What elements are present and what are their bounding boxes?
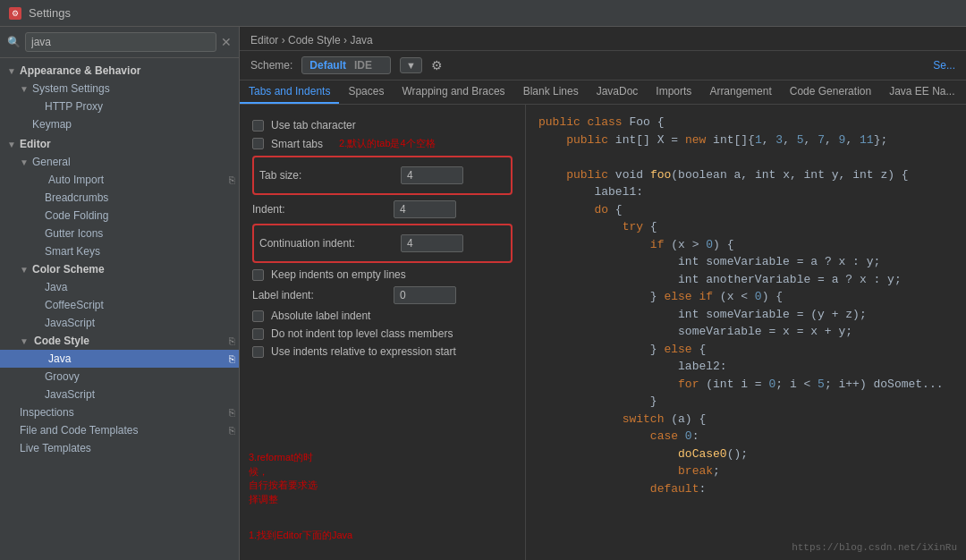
code-line: do { <box>538 201 953 219</box>
tab-size-input[interactable] <box>401 166 463 184</box>
sidebar-item-label: Auto Import <box>48 174 104 186</box>
code-line: label1: <box>538 183 953 201</box>
no-indent-top-level-row: Do not indent top level class members <box>252 327 513 340</box>
absolute-label-indent-row: Absolute label indent <box>252 310 513 322</box>
scheme-gear-icon[interactable]: ⚙ <box>431 58 443 72</box>
tab-wrapping[interactable]: Wrapping and Braces <box>393 81 513 104</box>
sidebar-item-groovy[interactable]: Groovy <box>0 368 239 386</box>
sidebar-item-javascript[interactable]: JavaScript <box>0 386 239 403</box>
sidebar-item-inspections[interactable]: Inspections ⎘ <box>0 403 239 421</box>
label-indent-row: Label indent: <box>252 286 513 304</box>
tab-size-row: Tab size: <box>259 166 505 184</box>
use-indents-relative-checkbox[interactable] <box>252 346 264 358</box>
sidebar-item-label: JavaScript <box>45 317 95 329</box>
sidebar-item-code-style[interactable]: ▼ Code Style ⎘ <box>0 332 239 350</box>
smart-tabs-checkbox[interactable] <box>252 138 264 149</box>
sidebar-item-code-folding[interactable]: Code Folding <box>0 207 239 225</box>
sidebar-item-file-code-templates[interactable]: File and Code Templates ⎘ <box>0 421 239 439</box>
sidebar-item-label: File and Code Templates <box>20 424 139 437</box>
settings-panel: Use tab character Smart tabs 2.默认的tab是4个… <box>240 105 526 560</box>
sidebar-item-cs-java[interactable]: Java <box>0 278 239 296</box>
sidebar-item-label: General <box>32 156 71 168</box>
label-indent-input[interactable] <box>394 286 456 304</box>
use-indents-relative-row: Use indents relative to expression start <box>252 345 513 358</box>
code-line: } <box>538 393 953 411</box>
arrow-icon: ▼ <box>7 140 20 149</box>
tab-code-gen[interactable]: Code Generation <box>781 81 880 104</box>
tab-arrangement[interactable]: Arrangement <box>700 81 780 104</box>
sidebar-item-cs-coffeescript[interactable]: CoffeeScript <box>0 296 239 314</box>
keep-indents-checkbox[interactable] <box>252 269 264 281</box>
tab-size-label: Tab size: <box>259 169 394 182</box>
sidebar-item-appearance[interactable]: ▼ Appearance & Behavior <box>0 62 239 80</box>
tab-spaces[interactable]: Spaces <box>339 81 393 104</box>
search-input[interactable] <box>25 32 216 52</box>
sidebar-item-general[interactable]: ▼ General <box>0 153 239 171</box>
scheme-suffix: IDE <box>354 59 372 72</box>
search-clear-icon[interactable]: ✕ <box>221 35 232 49</box>
code-line: if (x > 0) { <box>538 236 953 254</box>
code-line: int someVariable = (y + z); <box>538 306 953 324</box>
code-line: public void foo(boolean a, int x, int y,… <box>538 166 953 184</box>
scheme-dropdown-button[interactable]: ▼ <box>400 57 422 73</box>
sidebar-item-smart-keys[interactable]: Smart Keys <box>0 242 239 260</box>
tab-javadoc[interactable]: JavaDoc <box>588 81 648 104</box>
tab-blank-lines[interactable]: Blank Lines <box>514 81 588 104</box>
sidebar-item-keymap[interactable]: Keymap <box>0 115 239 133</box>
arrow-icon: ▼ <box>20 157 32 167</box>
use-indents-relative-label: Use indents relative to expression start <box>271 345 456 358</box>
annotation-note3: 3.reformat的时候，自行按着要求选择调整 <box>249 451 318 506</box>
watermark: https://blog.csdn.net/iXinRu <box>792 540 957 556</box>
sidebar-item-label: Gutter Icons <box>45 227 103 240</box>
sidebar-item-label: Appearance & Behavior <box>20 64 140 77</box>
scheme-row: Scheme: Default IDE ▼ ⚙ Se... <box>240 51 966 81</box>
scheme-select[interactable]: Default IDE <box>301 56 391 74</box>
see-link[interactable]: Se... <box>933 59 955 72</box>
title-bar: ⚙ Settings <box>0 0 966 27</box>
tab-java-ee[interactable]: Java EE Na... <box>880 81 963 104</box>
sidebar-item-http-proxy[interactable]: HTTP Proxy <box>0 98 239 115</box>
code-line: for (int i = 0; i < 5; i++) doSomet... <box>538 376 953 394</box>
sidebar-item-color-scheme[interactable]: ▼ Color Scheme <box>0 260 239 278</box>
right-panel: Editor › Code Style › Java Scheme: Defau… <box>240 27 966 560</box>
label-indent-label: Label indent: <box>252 289 386 301</box>
continuation-indent-input[interactable] <box>401 234 463 252</box>
sidebar-item-label: CoffeeScript <box>45 299 104 311</box>
annotation-note2: 2.默认的tab是4个空格 <box>339 137 436 150</box>
sidebar: 🔍 ✕ ▼ Appearance & Behavior ▼ System Set… <box>0 27 240 560</box>
sidebar-item-label: Breadcrumbs <box>45 191 108 204</box>
sidebar-item-editor[interactable]: ▼ Editor <box>0 135 239 153</box>
sidebar-item-label: Code Folding <box>45 209 108 222</box>
sidebar-item-live-templates[interactable]: Live Templates <box>0 439 239 457</box>
sidebar-item-gutter-icons[interactable]: Gutter Icons <box>0 225 239 242</box>
indent-input[interactable] <box>394 200 456 218</box>
code-line: try { <box>538 218 953 236</box>
sidebar-item-label: Keymap <box>32 118 72 131</box>
arrow-icon: ▼ <box>7 66 20 76</box>
tab-tabs-indents[interactable]: Tabs and Indents <box>240 81 339 104</box>
scheme-label: Scheme: <box>250 59 292 72</box>
sidebar-item-label: Inspections <box>20 406 74 419</box>
tab-imports[interactable]: Imports <box>647 81 700 104</box>
copy-icon: ⎘ <box>229 425 235 436</box>
code-line: int someVariable = a ? x : y; <box>538 253 953 271</box>
breadcrumb: Editor › Code Style › Java <box>240 27 966 51</box>
use-tab-character-checkbox[interactable] <box>252 120 264 132</box>
copy-icon: ⎘ <box>229 407 235 418</box>
sidebar-item-label: Code Style <box>34 335 89 347</box>
sidebar-item-cs-javascript[interactable]: JavaScript <box>0 314 239 332</box>
sidebar-item-system-settings[interactable]: ▼ System Settings <box>0 80 239 98</box>
absolute-label-indent-checkbox[interactable] <box>252 310 264 322</box>
sidebar-item-auto-import[interactable]: Auto Import ⎘ <box>0 171 239 189</box>
absolute-label-indent-label: Absolute label indent <box>271 310 370 322</box>
sidebar-item-label: Java <box>45 281 67 293</box>
tab-size-highlight-box: Tab size: <box>252 156 513 195</box>
sidebar-item-label: Live Templates <box>20 442 91 454</box>
sidebar-item-label: HTTP Proxy <box>45 100 103 113</box>
no-indent-top-level-checkbox[interactable] <box>252 328 264 340</box>
sidebar-item-java[interactable]: Java ⎘ <box>0 350 239 368</box>
sidebar-item-breadcrumbs[interactable]: Breadcrumbs <box>0 189 239 207</box>
copy-icon: ⎘ <box>229 353 235 364</box>
indent-row: Indent: <box>252 200 513 218</box>
keep-indents-label: Keep indents on empty lines <box>271 268 406 281</box>
